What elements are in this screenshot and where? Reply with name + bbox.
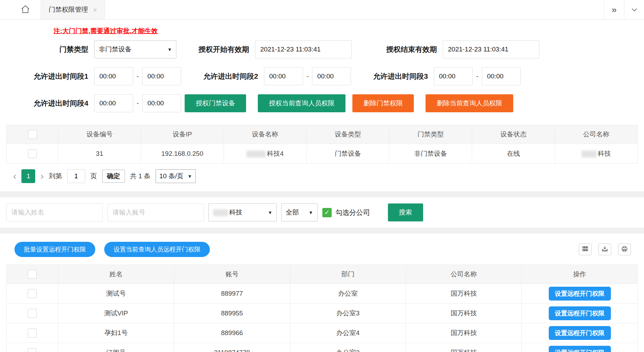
person-select-all-checkbox[interactable] bbox=[28, 270, 37, 279]
page-size-select[interactable]: 10 条/页 ▼ bbox=[156, 169, 196, 183]
branch-company-label: 勾选分公司 bbox=[335, 208, 370, 217]
time-slot2-start-input[interactable] bbox=[264, 67, 303, 85]
delete-person-permission-button[interactable]: 删除当前查询人员权限 bbox=[426, 94, 513, 112]
person-account-cell: 3119874779 bbox=[174, 343, 290, 352]
authorize-person-button[interactable]: 授权当前查询人员权限 bbox=[258, 94, 345, 112]
person-dept-cell: 办公室4 bbox=[290, 323, 406, 343]
person-row-checkbox[interactable] bbox=[28, 309, 37, 318]
person-row-checkbox[interactable] bbox=[28, 348, 37, 352]
chevron-down-icon: ▼ bbox=[268, 210, 272, 215]
tabbar-right-controls: » bbox=[604, 0, 644, 19]
person-table-header-row: 姓名 账号 部门 公司名称 操作 bbox=[7, 265, 638, 284]
door-type-label: 门禁类型 bbox=[0, 45, 88, 54]
redaction-blur bbox=[582, 151, 597, 158]
total-count-label: 共 1 条 bbox=[130, 172, 150, 181]
redaction-blur bbox=[213, 209, 228, 216]
batch-remote-open-button[interactable]: 批量设置远程开门权限 bbox=[14, 242, 95, 257]
delete-permission-button[interactable]: 删除门禁权限 bbox=[352, 94, 414, 112]
check-icon: ✓ bbox=[324, 209, 330, 216]
tab-close-icon[interactable]: × bbox=[93, 6, 97, 13]
set-remote-open-button[interactable]: 设置远程开门权限 bbox=[549, 346, 611, 352]
time-slot4-end-input[interactable] bbox=[142, 94, 181, 112]
account-search-input[interactable] bbox=[107, 203, 204, 221]
scope-select[interactable]: 全部 ▼ bbox=[281, 203, 318, 221]
expand-tabs-icon[interactable]: » bbox=[604, 0, 624, 19]
confirm-page-button[interactable]: 确定 bbox=[102, 170, 125, 183]
person-company-cell: 国万科技 bbox=[406, 323, 522, 343]
col-header-device-type: 设备类型 bbox=[306, 125, 389, 144]
section-gap bbox=[0, 228, 644, 234]
authorize-device-button[interactable]: 授权门禁设备 bbox=[185, 94, 246, 112]
auth-end-label: 授权结束有效期 bbox=[386, 45, 437, 54]
auth-start-input[interactable] bbox=[255, 40, 352, 58]
current-query-remote-open-button[interactable]: 设置当前查询人员远程开门权限 bbox=[104, 242, 210, 257]
device-row-checkbox[interactable] bbox=[28, 149, 37, 158]
time-slot3-end-input[interactable] bbox=[482, 67, 521, 85]
device-select-all-checkbox[interactable] bbox=[28, 130, 37, 139]
form-row-1: 门禁类型 非门禁设备 ▼ 授权开始有效期 授权结束有效期 bbox=[0, 40, 644, 58]
company-select[interactable]: 科技 ▼ bbox=[208, 203, 277, 221]
prev-page-icon[interactable]: ‹ bbox=[13, 171, 16, 181]
person-dept-cell: 办公室2 bbox=[290, 343, 406, 352]
page-number-input[interactable] bbox=[67, 169, 85, 183]
home-button[interactable] bbox=[10, 0, 41, 19]
time-range-separator: - bbox=[306, 73, 309, 80]
current-page-button[interactable]: 1 bbox=[21, 169, 35, 183]
col-header-department: 部门 bbox=[290, 265, 406, 284]
col-header-door-type: 门禁类型 bbox=[389, 125, 472, 144]
set-remote-open-button[interactable]: 设置远程开门权限 bbox=[549, 306, 611, 320]
door-type-select[interactable]: 非门禁设备 ▼ bbox=[94, 40, 176, 58]
name-search-input[interactable] bbox=[6, 203, 103, 221]
col-header-account: 账号 bbox=[174, 265, 290, 284]
tab-door-permission[interactable]: 门禁权限管理 × bbox=[41, 0, 105, 19]
time-slot1-end-input[interactable] bbox=[142, 67, 181, 85]
home-icon bbox=[21, 4, 30, 15]
form-row-2: 允许进出时间段1 - 允许进出时间段2 - 允许进出时间段3 - bbox=[0, 67, 644, 85]
time-slot3-start-input[interactable] bbox=[434, 67, 473, 85]
device-table-header-row: 设备编号 设备IP 设备名称 设备类型 门禁类型 设备状态 公司名称 bbox=[7, 125, 638, 144]
search-button[interactable]: 搜索 bbox=[388, 203, 423, 221]
export-icon bbox=[602, 246, 608, 254]
time-slot2-end-input[interactable] bbox=[312, 67, 351, 85]
device-status-cell: 在线 bbox=[472, 144, 555, 164]
export-button[interactable] bbox=[598, 244, 611, 255]
chevron-down-icon: ▼ bbox=[167, 47, 172, 52]
person-name-cell: 测试VIP bbox=[58, 304, 174, 323]
columns-icon bbox=[582, 246, 588, 254]
person-table: 姓名 账号 部门 公司名称 操作 测试号 889977 办公室 国万科技 设置远… bbox=[6, 265, 638, 352]
device-table-row: 31 192.168.0.250 科技4 门禁设备 非门禁设备 在线 科技 bbox=[7, 144, 638, 164]
person-permission-card: 批量设置远程开门权限 设置当前查询人员远程开门权限 姓名 bbox=[0, 234, 644, 352]
time-slot1-start-input[interactable] bbox=[94, 67, 133, 85]
person-search-card: 科技 ▼ 全部 ▼ ✓ 勾选分公司 搜索 bbox=[0, 197, 644, 228]
next-page-icon[interactable]: › bbox=[40, 171, 43, 181]
branch-company-checkbox[interactable]: ✓ bbox=[322, 208, 332, 217]
approval-note: 注:大门门禁,需要通过审批,才能生效 bbox=[53, 27, 644, 36]
chevron-down-icon: ▼ bbox=[187, 174, 192, 179]
goto-page-label: 到第 bbox=[49, 172, 62, 181]
auth-end-input[interactable] bbox=[443, 40, 539, 58]
person-table-row: 订阅号 3119874779 办公室2 国万科技 设置远程开门权限 bbox=[7, 343, 638, 352]
device-type-cell: 门禁设备 bbox=[306, 144, 389, 164]
print-button[interactable] bbox=[618, 244, 631, 255]
person-table-row: 孕妇1号 889966 办公室4 国万科技 设置远程开门权限 bbox=[7, 323, 638, 343]
person-account-cell: 889955 bbox=[174, 304, 290, 323]
tab-menu-chevron-icon[interactable] bbox=[624, 0, 644, 19]
set-remote-open-button[interactable]: 设置远程开门权限 bbox=[549, 287, 611, 301]
print-icon bbox=[621, 246, 628, 254]
columns-settings-button[interactable] bbox=[579, 244, 592, 255]
person-toolbar: 批量设置远程开门权限 设置当前查询人员远程开门权限 bbox=[0, 242, 644, 265]
set-remote-open-button[interactable]: 设置远程开门权限 bbox=[549, 326, 611, 340]
person-company-cell: 国万科技 bbox=[406, 304, 522, 323]
time-slot4-start-input[interactable] bbox=[94, 94, 133, 112]
col-header-company: 公司名称 bbox=[406, 265, 522, 284]
time-range-separator: - bbox=[137, 99, 139, 107]
device-table-pagination: ‹ 1 › 到第 页 确定 共 1 条 10 条/页 ▼ bbox=[0, 164, 644, 189]
door-type-cell: 非门禁设备 bbox=[389, 144, 472, 164]
time-range-separator: - bbox=[137, 73, 139, 80]
person-row-checkbox[interactable] bbox=[28, 289, 37, 298]
col-header-actions: 操作 bbox=[522, 265, 638, 284]
time-slot3-label: 允许进出时间段3 bbox=[373, 72, 428, 81]
person-row-checkbox[interactable] bbox=[28, 329, 37, 337]
col-header-name: 姓名 bbox=[58, 265, 174, 284]
redaction-blur bbox=[246, 151, 266, 158]
